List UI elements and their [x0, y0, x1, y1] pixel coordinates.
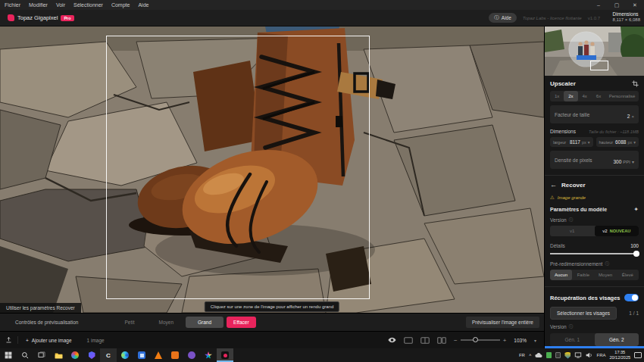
network-tray-icon[interactable]	[574, 352, 582, 358]
vlc-button[interactable]	[150, 348, 167, 362]
blue-window-app-button[interactable]	[133, 348, 150, 362]
pixel-density-field[interactable]: Densité de pixels 300PPI▾	[550, 151, 639, 169]
menu-compte[interactable]: Compte	[111, 2, 130, 8]
height-field[interactable]: hauteur 6088 px ▾	[596, 137, 639, 147]
scale-6x[interactable]: 6x	[592, 91, 605, 101]
preresize-info-icon[interactable]: ⓘ	[605, 261, 609, 267]
license-text: Topaz Labs - licence flottante	[523, 16, 582, 20]
scale-4x[interactable]: 4x	[578, 91, 592, 101]
edge-button[interactable]	[117, 348, 133, 362]
back-arrow-icon[interactable]: ←	[550, 181, 557, 189]
select-faces-button[interactable]: Sélectionner les visages	[550, 307, 617, 320]
zoom-slider[interactable]: − +	[454, 337, 506, 344]
preresize-eleve[interactable]: Élevé	[617, 270, 639, 280]
scale-2x[interactable]: 2x	[564, 91, 577, 101]
preresize-aucun[interactable]: Aucun	[550, 270, 572, 280]
vlc-icon	[155, 351, 162, 359]
scale-custom[interactable]: Personnalisé	[605, 91, 639, 101]
menu-modifier[interactable]: Modifier	[29, 2, 48, 8]
menu-aide[interactable]: Aide	[138, 2, 148, 8]
notification-center-icon[interactable]	[634, 352, 642, 358]
menu-fichier[interactable]: Fichier	[5, 2, 20, 8]
version-v1-button[interactable]: v1	[550, 226, 595, 236]
navigator-thumbnail[interactable]	[545, 27, 644, 76]
single-view-icon[interactable]	[404, 337, 413, 344]
crop-icon[interactable]	[632, 80, 639, 87]
size-factor-field[interactable]: Facteur de taille 2×	[550, 105, 639, 123]
width-unit-chevron-icon[interactable]: ▾	[588, 140, 590, 145]
gigapixel-taskbar-button[interactable]	[217, 348, 233, 362]
dark-tray-icon[interactable]	[555, 352, 561, 358]
size-moyen[interactable]: Moyen	[146, 317, 186, 328]
navigator-viewport-indicator[interactable]	[590, 61, 608, 70]
app-header: Topaz Gigapixel Pro ⓘ Aide Topaz Labs - …	[0, 10, 644, 27]
preresize-label: Pré-redimensionnement	[550, 261, 602, 267]
volume-tray-icon[interactable]	[586, 352, 592, 358]
size-petit[interactable]: Petit	[112, 317, 146, 328]
close-icon[interactable]: ✕	[626, 0, 644, 10]
zoom-slider-knob[interactable]	[473, 337, 478, 342]
orange-app-button[interactable]	[167, 348, 183, 362]
face-recovery-title: Récupération des visages	[550, 295, 621, 301]
file-explorer-button[interactable]	[50, 348, 67, 362]
new-badge: NOUVEAU	[610, 229, 631, 233]
tray-expand-icon[interactable]: ˄	[529, 353, 532, 357]
zoom-out-icon[interactable]: −	[454, 337, 458, 344]
faces-count: 1 / 1	[629, 311, 639, 316]
menu-selectionner[interactable]: Sélectionner	[73, 2, 103, 8]
clear-button[interactable]: Effacer	[227, 317, 255, 328]
gen2-button[interactable]: Gén. 2	[595, 333, 639, 346]
security-shield-tray-icon[interactable]	[564, 352, 571, 359]
clock[interactable]: 17:35 20/12/2025	[609, 350, 630, 360]
add-image-button[interactable]: + Ajouter une image	[18, 338, 80, 343]
faces-version-info-icon[interactable]: ⓘ	[569, 324, 574, 329]
maximize-icon[interactable]: ▢	[608, 0, 626, 10]
flower-app-button[interactable]	[200, 348, 217, 362]
size-grand[interactable]: Grand	[186, 317, 224, 328]
width-label: largeur	[553, 140, 566, 145]
app-c-icon: C	[106, 352, 111, 359]
density-chevron-icon[interactable]: ▾	[632, 160, 634, 164]
details-slider[interactable]	[550, 250, 639, 257]
task-view-button[interactable]	[33, 348, 50, 362]
export-share-cell[interactable]	[0, 336, 18, 344]
purple-app-button[interactable]	[183, 348, 200, 362]
app-c-button[interactable]: C	[100, 348, 117, 362]
zoom-percentage[interactable]: 103%	[514, 338, 527, 343]
language-indicator[interactable]: FR	[519, 353, 525, 357]
gen1-button[interactable]: Gén. 1	[550, 333, 595, 346]
toggle-knob	[632, 295, 638, 301]
sparkle-icon[interactable]: ✦	[633, 206, 639, 213]
version-v2-button[interactable]: v2 NOUVEAU	[595, 226, 639, 236]
height-unit-chevron-icon[interactable]: ▾	[633, 140, 636, 145]
preview-full-image-button[interactable]: Prévisualiser l'image entière	[466, 317, 539, 328]
green-tray-icon[interactable]	[546, 352, 552, 358]
zoom-in-icon[interactable]: +	[503, 337, 507, 344]
preresize-moyen[interactable]: Moyen	[595, 270, 617, 280]
task-view-icon	[38, 351, 45, 359]
menu-voir[interactable]: Voir	[56, 2, 65, 8]
version-info-icon[interactable]: ⓘ	[569, 217, 574, 223]
start-button[interactable]	[0, 348, 17, 362]
image-count: 1 image	[87, 338, 105, 343]
zoom-slider-track[interactable]	[461, 339, 500, 341]
photos-app-button[interactable]	[67, 348, 83, 362]
side-by-side-view-icon[interactable]	[437, 337, 446, 344]
plus-icon: +	[26, 338, 29, 343]
taskbar-search-button[interactable]	[17, 348, 33, 362]
image-canvas[interactable]: Utiliser les paramètres Recover Cliquez …	[0, 27, 544, 313]
boot-photo	[0, 27, 544, 313]
zoom-chevron-icon[interactable]: ▾	[534, 338, 536, 343]
width-field[interactable]: largeur 8117 px ▾	[550, 137, 593, 147]
minimize-icon[interactable]: –	[589, 0, 608, 10]
shield-app-button[interactable]	[83, 348, 100, 362]
face-recovery-toggle[interactable]	[624, 294, 639, 301]
eye-icon[interactable]	[388, 337, 396, 343]
scale-1x[interactable]: 1x	[550, 91, 564, 101]
details-slider-knob[interactable]	[633, 251, 639, 257]
ime-indicator[interactable]: FRA	[596, 353, 605, 357]
split-view-icon[interactable]	[420, 337, 430, 344]
onedrive-tray-icon[interactable]	[535, 353, 542, 358]
preresize-faible[interactable]: Faible	[572, 270, 594, 280]
help-button[interactable]: ⓘ Aide	[489, 13, 517, 23]
